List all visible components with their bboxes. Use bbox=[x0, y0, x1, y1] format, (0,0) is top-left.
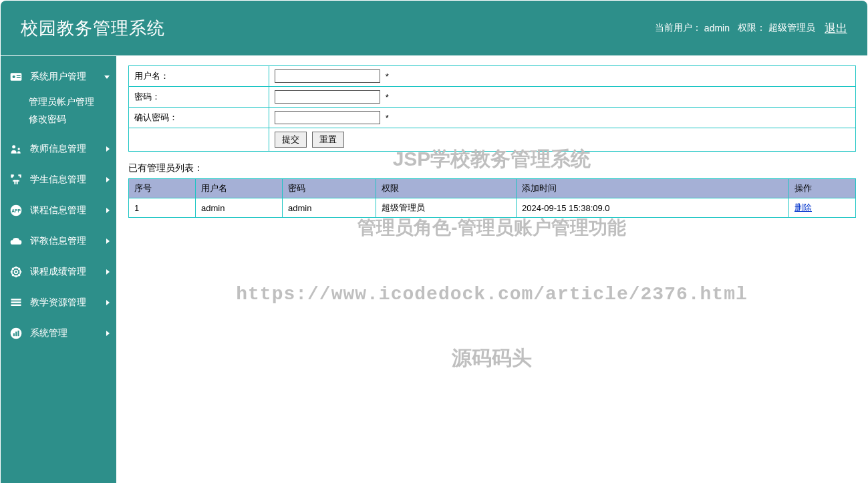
app-header: 校园教务管理系统 当前用户： admin 权限： 超级管理员 退出 bbox=[1, 1, 867, 55]
th-username: 用户名 bbox=[196, 179, 283, 198]
cell-role: 超级管理员 bbox=[376, 198, 517, 218]
sidebar-item-label: 课程成绩管理 bbox=[30, 266, 106, 278]
svg-text:APP: APP bbox=[11, 208, 21, 213]
app-icon: APP bbox=[9, 203, 23, 218]
confirm-password-label: 确认密码： bbox=[129, 108, 269, 128]
username-input[interactable] bbox=[275, 69, 380, 83]
password-input[interactable] bbox=[275, 90, 380, 104]
svg-rect-2 bbox=[17, 75, 21, 77]
svg-point-1 bbox=[13, 75, 15, 78]
gear-icon bbox=[9, 265, 23, 279]
chevron-down-icon bbox=[104, 75, 110, 79]
submenu-item-change-password[interactable]: 修改密码 bbox=[1, 111, 116, 128]
svg-rect-15 bbox=[15, 332, 17, 337]
sidebar-item-eval-mgmt[interactable]: 评教信息管理 bbox=[1, 226, 116, 257]
chevron-right-icon bbox=[106, 146, 110, 152]
svg-rect-14 bbox=[13, 333, 15, 336]
cell-add-time: 2024-09-15 15:38:09.0 bbox=[517, 198, 789, 218]
chevron-right-icon bbox=[106, 208, 110, 213]
required-asterisk: * bbox=[386, 113, 389, 123]
sidebar-item-label: 系统管理 bbox=[30, 327, 106, 339]
th-role: 权限 bbox=[376, 179, 517, 198]
sidebar-item-label: 教师信息管理 bbox=[30, 143, 106, 155]
submit-button[interactable]: 提交 bbox=[275, 132, 307, 148]
svg-rect-12 bbox=[11, 305, 21, 307]
reset-button[interactable]: 重置 bbox=[312, 132, 344, 148]
chevron-right-icon bbox=[106, 238, 110, 244]
main-content: 用户名： * 密码： * 确认密码： * bbox=[116, 56, 868, 483]
chevron-right-icon bbox=[106, 300, 110, 305]
required-asterisk: * bbox=[386, 92, 389, 102]
sidebar-item-label: 系统用户管理 bbox=[30, 71, 104, 83]
user-card-icon bbox=[9, 69, 23, 84]
password-label: 密码： bbox=[129, 87, 269, 108]
admin-form: 用户名： * 密码： * 确认密码： * bbox=[128, 65, 856, 152]
cell-password: admin bbox=[283, 198, 376, 218]
teacher-icon bbox=[9, 142, 23, 156]
delete-link[interactable]: 删除 bbox=[794, 202, 812, 212]
th-action: 操作 bbox=[789, 179, 856, 198]
sidebar-item-label: 教学资源管理 bbox=[30, 297, 106, 309]
th-add-time: 添加时间 bbox=[517, 179, 789, 198]
chevron-right-icon bbox=[106, 269, 110, 275]
arrows-icon bbox=[9, 172, 23, 187]
sidebar-item-user-mgmt[interactable]: 系统用户管理 bbox=[1, 61, 116, 92]
current-user-value: admin bbox=[704, 23, 730, 33]
header-user-info: 当前用户： admin 权限： 超级管理员 退出 bbox=[655, 21, 847, 36]
cell-username: admin bbox=[196, 198, 283, 218]
svg-point-5 bbox=[18, 148, 20, 150]
svg-rect-10 bbox=[11, 299, 21, 301]
sidebar-item-label: 评教信息管理 bbox=[30, 235, 106, 247]
sidebar-item-teacher-mgmt[interactable]: 教师信息管理 bbox=[1, 134, 116, 164]
form-button-cell-left bbox=[129, 128, 269, 152]
current-user-label: 当前用户： bbox=[655, 22, 702, 34]
sidebar-item-label: 课程信息管理 bbox=[30, 204, 106, 216]
th-seq: 序号 bbox=[129, 179, 196, 198]
svg-point-9 bbox=[15, 271, 18, 274]
svg-point-4 bbox=[12, 145, 15, 148]
required-asterisk: * bbox=[386, 71, 389, 82]
sidebar: 系统用户管理 管理员帐户管理 修改密码 教师信息管理 学生信息管理 APP bbox=[1, 56, 116, 483]
chart-icon bbox=[9, 326, 23, 341]
submenu-user-mgmt: 管理员帐户管理 修改密码 bbox=[1, 92, 116, 134]
svg-rect-0 bbox=[11, 73, 22, 81]
cell-seq: 1 bbox=[129, 198, 196, 218]
sidebar-item-label: 学生信息管理 bbox=[30, 174, 106, 186]
sidebar-item-grade-mgmt[interactable]: 课程成绩管理 bbox=[1, 257, 116, 287]
cloud-icon bbox=[9, 234, 23, 249]
sidebar-item-course-mgmt[interactable]: APP 课程信息管理 bbox=[1, 195, 116, 226]
svg-rect-11 bbox=[11, 301, 21, 303]
chevron-right-icon bbox=[106, 177, 110, 182]
svg-rect-3 bbox=[17, 77, 21, 78]
sidebar-item-student-mgmt[interactable]: 学生信息管理 bbox=[1, 164, 116, 195]
stack-icon bbox=[9, 295, 23, 310]
sidebar-item-system-mgmt[interactable]: 系统管理 bbox=[1, 318, 116, 349]
admin-list-title: 已有管理员列表： bbox=[128, 162, 856, 174]
chevron-right-icon bbox=[106, 331, 110, 336]
svg-rect-16 bbox=[18, 331, 19, 336]
sidebar-item-resource-mgmt[interactable]: 教学资源管理 bbox=[1, 287, 116, 318]
app-title: 校园教务管理系统 bbox=[21, 17, 165, 40]
table-row: 1 admin admin 超级管理员 2024-09-15 15:38:09.… bbox=[129, 198, 856, 218]
role-value: 超级管理员 bbox=[768, 22, 815, 34]
admin-list-table: 序号 用户名 密码 权限 添加时间 操作 1 admin admin 超级管理员… bbox=[128, 178, 856, 218]
username-label: 用户名： bbox=[129, 66, 269, 87]
logout-link[interactable]: 退出 bbox=[825, 21, 847, 36]
th-password: 密码 bbox=[283, 179, 376, 198]
role-label: 权限： bbox=[738, 22, 766, 34]
submenu-item-admin-account[interactable]: 管理员帐户管理 bbox=[1, 94, 116, 111]
confirm-password-input[interactable] bbox=[275, 111, 380, 124]
